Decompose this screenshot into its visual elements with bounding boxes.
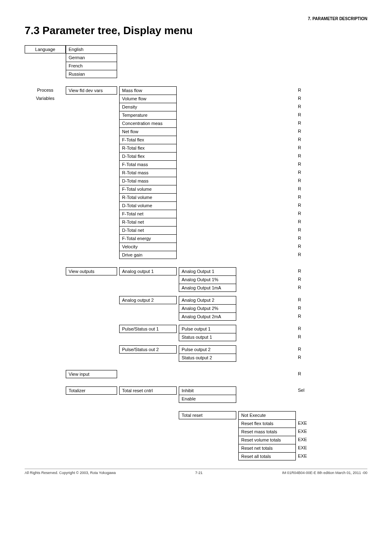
total-reset-cntrl: Total reset cntrl [119, 386, 177, 395]
output-item: Analog Output 1 [179, 267, 236, 275]
flag: R [298, 267, 318, 275]
flag: R [298, 226, 318, 234]
param-item: D-Total volume [119, 201, 177, 210]
process-label2: Variables [25, 95, 66, 103]
flag: R [298, 103, 318, 111]
view-fld-dev-vars: View fld dev vars [66, 86, 117, 95]
flag: R [298, 312, 318, 321]
param-item: Velocity [119, 243, 177, 251]
flag: R [298, 304, 318, 312]
flag: R [298, 127, 318, 136]
language-option: German [66, 53, 117, 62]
flag: R [298, 296, 318, 304]
tr-item: Reset mass totals [238, 428, 296, 436]
flag: R [298, 185, 318, 193]
total-reset: Total reset [179, 411, 236, 419]
flag: EXE [298, 452, 318, 460]
flag: R [298, 193, 318, 201]
flag: EXE [298, 436, 318, 444]
output-item: Pulse output 2 [179, 345, 236, 354]
flag: R [298, 169, 318, 177]
flag: R [298, 345, 318, 354]
tr-item: Reset flex totals [238, 419, 296, 428]
param-item: R-Total mass [119, 169, 177, 177]
param-item: R-Total flex [119, 144, 177, 152]
trc-item: Inhibit [179, 386, 236, 395]
param-item: Density [119, 103, 177, 111]
totalizer-label: Totalizer [66, 386, 117, 395]
flag: EXE [298, 428, 318, 436]
flag: R [298, 234, 318, 243]
flag: R [298, 325, 318, 333]
flag: R [298, 284, 318, 292]
flag: R [298, 86, 318, 95]
output-group: Analog output 2 [119, 296, 177, 304]
flag: R [298, 243, 318, 251]
flag: R [298, 251, 318, 259]
param-item: Net flow [119, 127, 177, 136]
tr-item: Reset volume totals [238, 436, 296, 444]
trc-item: Enable [179, 395, 236, 403]
param-item: Mass flow [119, 86, 177, 95]
footer-left: All Rights Reserved. Copyright © 2003, R… [25, 471, 116, 475]
param-item: D-Total flex [119, 152, 177, 160]
flag: R [298, 152, 318, 160]
flag [298, 411, 318, 419]
flag: R [298, 370, 318, 378]
output-group: Analog output 1 [119, 267, 177, 275]
header-section: 7. PARAMETER DESCRIPTION [25, 16, 367, 21]
flag: R [298, 354, 318, 362]
param-item: F-Total net [119, 210, 177, 218]
param-item: F-Total flex [119, 136, 177, 144]
output-group: Pulse/Status out 1 [119, 325, 177, 333]
param-item: D-Total net [119, 226, 177, 234]
param-item: Temperature [119, 111, 177, 119]
flag: R [298, 119, 318, 127]
param-item: Drive gain [119, 251, 177, 259]
flag: R [298, 333, 318, 341]
param-item: Volume flow [119, 95, 177, 103]
flag: R [298, 177, 318, 185]
tr-item: Reset net totals [238, 444, 296, 452]
language-option: French [66, 62, 117, 70]
tr-item: Reset all totals [238, 452, 296, 460]
output-item: Analog Output 1mA [179, 284, 236, 292]
param-item: F-Total volume [119, 185, 177, 193]
process-label1: Process [25, 86, 66, 95]
output-item: Pulse output 1 [179, 325, 236, 333]
flag: R [298, 136, 318, 144]
flag: EXE [298, 419, 318, 428]
view-input-label: View input [66, 370, 117, 378]
flag: R [298, 210, 318, 218]
output-item: Analog Output 2% [179, 304, 236, 312]
flag: R [298, 95, 318, 103]
output-group: Pulse/Status out 2 [119, 345, 177, 354]
language-label: Language [25, 45, 66, 53]
flag: R [298, 111, 318, 119]
output-item: Analog Output 2mA [179, 312, 236, 321]
flag: EXE [298, 444, 318, 452]
flag: R [298, 218, 318, 226]
param-item: D-Total mass [119, 177, 177, 185]
view-outputs-label: View outputs [66, 267, 117, 275]
output-item: Analog Output 1% [179, 275, 236, 284]
param-item: F-Total mass [119, 160, 177, 169]
param-item: R-Total volume [119, 193, 177, 201]
footer-right: IM 01R04B04-00E-E 8th edition March 01, … [282, 471, 367, 475]
footer-center: 7-21 [195, 471, 203, 475]
param-item: R-Total net [119, 218, 177, 226]
output-item: Status output 2 [179, 354, 236, 362]
flag: R [298, 160, 318, 169]
output-item: Status output 1 [179, 333, 236, 341]
flag [298, 395, 318, 403]
tr-item: Not Execute [238, 411, 296, 419]
language-option: Russian [66, 70, 117, 78]
flag: R [298, 144, 318, 152]
page-title: 7.3 Parameter tree, Display menu [25, 24, 367, 37]
flag: Sel [298, 386, 318, 395]
flag: R [298, 201, 318, 210]
param-item: F-Total energy [119, 234, 177, 243]
language-option: English [66, 45, 117, 53]
output-item: Analog Output 2 [179, 296, 236, 304]
param-item: Concentration meas [119, 119, 177, 127]
